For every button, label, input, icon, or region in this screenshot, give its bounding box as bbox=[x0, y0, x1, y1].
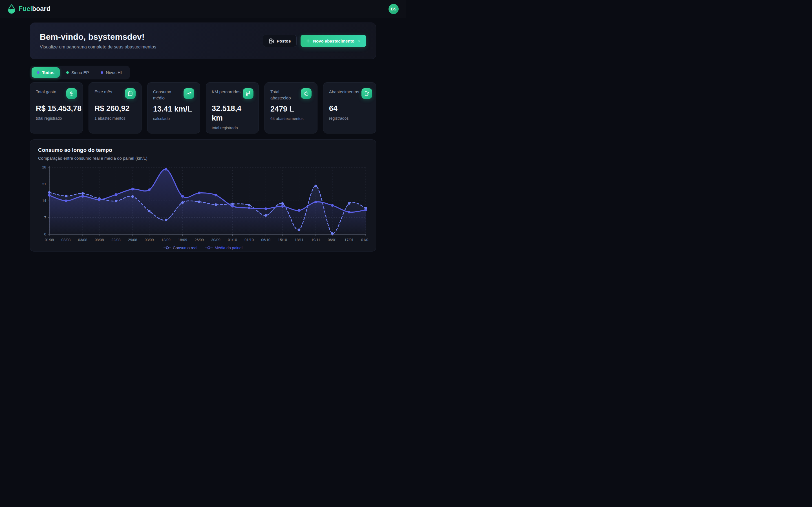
navbar: Fuelboard BS bbox=[0, 0, 406, 18]
legend-label: Média do painel bbox=[214, 245, 243, 250]
legend-marker-icon bbox=[205, 246, 213, 249]
plus-icon bbox=[306, 39, 310, 43]
svg-text:01/02: 01/02 bbox=[361, 238, 368, 242]
dollar-icon bbox=[66, 88, 77, 99]
avatar-initials: BS bbox=[391, 7, 396, 11]
filter-label: Nivus HL bbox=[106, 70, 123, 75]
filter-label: Siena EP bbox=[71, 70, 89, 75]
trending-up-icon bbox=[184, 88, 194, 99]
filter-item-todos[interactable]: Todos bbox=[32, 67, 60, 78]
svg-text:21: 21 bbox=[42, 182, 46, 186]
postos-button-label: Postos bbox=[276, 39, 291, 43]
svg-text:01/10: 01/10 bbox=[228, 238, 237, 242]
chart-area: 0714212801/0803/0803/0808/0822/0829/0803… bbox=[38, 165, 368, 245]
stat-value: 2479 L bbox=[270, 105, 310, 114]
chart-card: Consumo ao longo do tempo Comparação ent… bbox=[30, 139, 376, 251]
svg-text:01/10: 01/10 bbox=[245, 238, 254, 242]
stat-value: 64 bbox=[329, 104, 369, 114]
svg-text:28: 28 bbox=[42, 165, 46, 169]
legend-marker-icon bbox=[163, 246, 171, 249]
vehicle-filter-bar: Todos Siena EP Nivus HL bbox=[30, 66, 130, 79]
page-subtitle: Visualize um panorama completo de seus a… bbox=[40, 45, 156, 50]
stat-card-km-percorridos: KM percorridos 32.518,4 km total registr… bbox=[206, 82, 259, 133]
svg-text:7: 7 bbox=[44, 216, 46, 220]
brand-name-primary: Fuel bbox=[18, 5, 32, 12]
postos-button[interactable]: Postos bbox=[263, 35, 297, 47]
filter-item-siena-ep[interactable]: Siena EP bbox=[61, 67, 94, 78]
stat-sub: registrados bbox=[329, 116, 370, 121]
legend-item-media-painel: Média do painel bbox=[205, 245, 243, 250]
svg-text:22/08: 22/08 bbox=[111, 238, 121, 242]
legend-label: Consumo real bbox=[173, 245, 197, 250]
filter-dot bbox=[66, 71, 69, 74]
chart-legend: Consumo real Média do painel bbox=[38, 245, 368, 250]
stat-card-total-abastecido: Total abastecido 2479 L 64 abastecimento… bbox=[264, 82, 317, 133]
brand-name: Fuelboard bbox=[18, 5, 50, 13]
stat-sub: calculado bbox=[153, 116, 194, 121]
brand: Fuelboard bbox=[7, 4, 50, 14]
svg-text:03/08: 03/08 bbox=[78, 238, 87, 242]
fuel-pump-icon bbox=[269, 38, 274, 44]
svg-text:12/09: 12/09 bbox=[161, 238, 170, 242]
svg-text:18/09: 18/09 bbox=[178, 238, 187, 242]
svg-text:29/08: 29/08 bbox=[128, 238, 137, 242]
stat-label: Este mês bbox=[94, 88, 112, 95]
stat-card-este-mes: Este mês R$ 260,92 1 abastecimentos bbox=[89, 82, 142, 133]
calendar-icon bbox=[125, 88, 136, 99]
stat-sub: 1 abastecimentos bbox=[94, 116, 136, 121]
chart-title: Consumo ao longo do tempo bbox=[38, 147, 368, 153]
stat-label: Abastecimentos bbox=[329, 88, 359, 95]
svg-text:19/11: 19/11 bbox=[311, 238, 320, 242]
filter-label: Todos bbox=[42, 70, 54, 75]
stat-label: KM percorridos bbox=[212, 88, 241, 95]
stat-value: R$ 15.453,78 bbox=[36, 104, 76, 114]
welcome-text: Bem-vindo, bsystemsdev! Visualize um pan… bbox=[40, 32, 156, 50]
user-avatar[interactable]: BS bbox=[389, 4, 399, 14]
brand-name-secondary: board bbox=[32, 5, 50, 12]
svg-text:30/09: 30/09 bbox=[211, 238, 220, 242]
svg-text:01/08: 01/08 bbox=[45, 238, 54, 242]
svg-text:03/09: 03/09 bbox=[145, 238, 154, 242]
chart-subtitle: Comparação entre consumo real e média do… bbox=[38, 156, 368, 161]
legend-item-consumo-real: Consumo real bbox=[163, 245, 197, 250]
stat-sub: 64 abastecimentos bbox=[270, 116, 312, 121]
droplets-icon bbox=[301, 88, 312, 99]
stat-value: 32.518,4 km bbox=[212, 104, 252, 123]
consumption-chart: 0714212801/0803/0803/0808/0822/0829/0803… bbox=[38, 165, 368, 245]
stat-sub: total registrado bbox=[212, 126, 253, 130]
stat-card-consumo-medio: Consumo médio 13.41 km/L calculado bbox=[147, 82, 200, 133]
route-icon bbox=[243, 88, 253, 99]
stat-sub: total registrado bbox=[36, 116, 77, 121]
svg-text:03/08: 03/08 bbox=[61, 238, 71, 242]
page-title: Bem-vindo, bsystemsdev! bbox=[40, 32, 156, 42]
stat-label: Total gasto bbox=[36, 88, 56, 95]
stat-label: Consumo médio bbox=[153, 88, 181, 101]
stats-row: Total gasto R$ 15.453,78 total registrad… bbox=[30, 82, 376, 133]
svg-text:18/11: 18/11 bbox=[295, 238, 304, 242]
svg-text:14: 14 bbox=[42, 199, 46, 203]
stat-card-total-gasto: Total gasto R$ 15.453,78 total registrad… bbox=[30, 82, 83, 133]
welcome-card: Bem-vindo, bsystemsdev! Visualize um pan… bbox=[30, 22, 376, 59]
stat-label: Total abastecido bbox=[270, 88, 299, 101]
new-refuel-button-label: Novo abastecimento bbox=[313, 39, 354, 43]
svg-text:17/01: 17/01 bbox=[345, 238, 354, 242]
svg-text:0: 0 bbox=[44, 232, 46, 236]
fuel-pump-icon bbox=[361, 88, 372, 99]
stat-value: 13.41 km/L bbox=[153, 105, 193, 114]
new-refuel-button[interactable]: Novo abastecimento bbox=[301, 35, 366, 47]
stat-value: R$ 260,92 bbox=[94, 104, 135, 114]
filter-item-nivus-hl[interactable]: Nivus HL bbox=[95, 67, 128, 78]
filter-dot bbox=[37, 71, 40, 74]
stat-card-abastecimentos: Abastecimentos 64 registrados bbox=[323, 82, 376, 133]
droplet-logo-icon bbox=[7, 4, 16, 14]
header-actions: Postos Novo abastecimento bbox=[263, 35, 366, 47]
svg-text:06/10: 06/10 bbox=[261, 238, 270, 242]
svg-text:06/01: 06/01 bbox=[328, 238, 337, 242]
svg-text:15/10: 15/10 bbox=[278, 238, 287, 242]
svg-text:26/09: 26/09 bbox=[195, 238, 204, 242]
svg-text:08/08: 08/08 bbox=[95, 238, 104, 242]
chevron-down-icon bbox=[357, 39, 361, 43]
filter-dot bbox=[101, 71, 103, 74]
